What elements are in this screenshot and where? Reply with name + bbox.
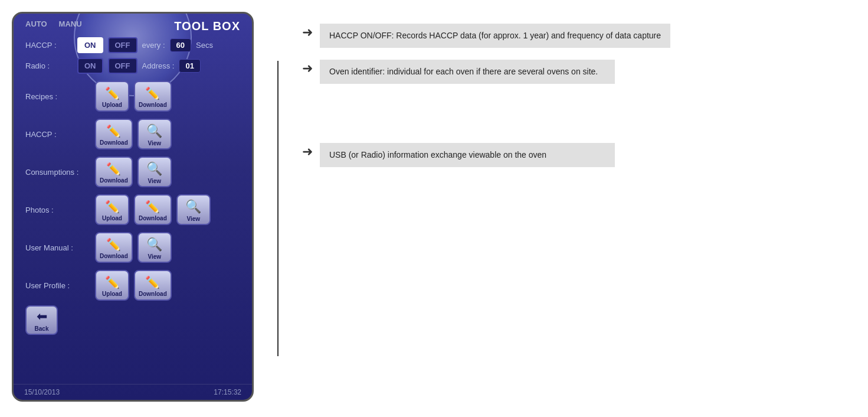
consumptions-download-button[interactable]: ✏️ Download [95, 157, 133, 187]
photos-view-label: View [186, 216, 200, 222]
consumptions-download-label: Download [100, 177, 128, 184]
consumptions-row: Consumptions : ✏️ Download 🔍 View [25, 157, 240, 187]
tab-auto[interactable]: AUTO [25, 19, 47, 28]
recipes-row: Recipes : ✏️ Upload ✏️ Download [25, 81, 240, 112]
haccp-on-button[interactable]: ON [77, 37, 103, 53]
address-text: Address : [142, 61, 175, 70]
annotation-2: ➜ Oven identifier: individual for each o… [302, 60, 856, 84]
usb-photos-download-icon: ✏️ [145, 200, 160, 214]
recipes-upload-label: Upload [102, 102, 122, 108]
annotation-box-2: Oven identifier: individual for each ove… [320, 60, 615, 84]
radio-label: Radio : [25, 61, 73, 70]
usb-photos-upload-icon: ✏️ [105, 200, 120, 214]
annotation-spacer [302, 96, 856, 131]
usb-download-icon: ✏️ [145, 86, 160, 100]
usb-consumptions-download-icon: ✏️ [106, 162, 121, 176]
usb-userprofile-download-icon: ✏️ [145, 275, 160, 289]
usermanual-label: User Manual : [25, 243, 90, 252]
userprofile-upload-button[interactable]: ✏️ Upload [95, 270, 129, 301]
magnifier-usermanual-icon: 🔍 [146, 237, 162, 252]
radio-off-button[interactable]: OFF [108, 58, 137, 74]
photos-label: Photos : [25, 206, 90, 214]
usermanual-view-button[interactable]: 🔍 View [137, 232, 172, 263]
radio-row: Radio : ON OFF Address : 01 [25, 58, 240, 74]
magnifier-photos-icon: 🔍 [185, 199, 201, 214]
device-content: HACCP : ON OFF every : 60 Secs Radio : O… [14, 31, 252, 384]
footer-time: 17:15:32 [214, 388, 241, 396]
photos-upload-button[interactable]: ✏️ Upload [95, 194, 129, 225]
haccp-download-button[interactable]: ✏️ Download [95, 119, 133, 149]
annotation-box-3: USB (or Radio) information exchange view… [320, 143, 615, 167]
usermanual-view-label: View [148, 253, 161, 260]
userprofile-upload-label: Upload [102, 291, 122, 297]
photos-download-label: Download [139, 215, 167, 221]
usermanual-download-label: Download [100, 253, 128, 259]
back-button[interactable]: ⬅ Back [25, 305, 58, 335]
device-panel: AUTO MANU TOOL BOX HACCP : ON OFF every … [12, 12, 254, 402]
haccp-interval-value[interactable]: 60 [170, 38, 191, 52]
consumptions-view-label: View [148, 178, 161, 184]
annotation-3: ➜ USB (or Radio) information exchange vi… [302, 143, 856, 167]
radio-address-value[interactable]: 01 [179, 59, 200, 73]
usermanual-download-button[interactable]: ✏️ Download [95, 232, 133, 263]
recipes-download-label: Download [139, 102, 167, 108]
back-row: ⬅ Back [25, 305, 240, 335]
usb-userprofile-upload-icon: ✏️ [105, 275, 120, 289]
userprofile-download-label: Download [139, 291, 167, 297]
back-label: Back [35, 325, 49, 332]
haccp-view-button[interactable]: 🔍 View [137, 119, 172, 149]
recipes-upload-button[interactable]: ✏️ Upload [95, 81, 129, 112]
annotation-box-1: HACCP ON/OFF: Records HACCP data (for ap… [320, 24, 670, 48]
arrow-icon-2: ➜ [302, 61, 313, 76]
haccp-section-label: HACCP : [25, 130, 90, 139]
haccp-off-button[interactable]: OFF [108, 37, 137, 53]
photos-upload-label: Upload [102, 215, 122, 221]
userprofile-download-button[interactable]: ✏️ Download [134, 270, 172, 301]
magnifier-haccp-icon: 🔍 [146, 123, 162, 139]
consumptions-view-button[interactable]: 🔍 View [137, 157, 172, 187]
arrow-icon-1: ➜ [302, 25, 313, 40]
haccp-section-row: HACCP : ✏️ Download 🔍 View [25, 119, 240, 149]
haccp-download-label: Download [100, 139, 128, 146]
annotations-panel: ➜ HACCP ON/OFF: Records HACCP data (for … [302, 12, 856, 167]
footer-date: 15/10/2013 [24, 388, 60, 396]
photos-view-button[interactable]: 🔍 View [176, 194, 211, 225]
recipes-label: Recipes : [25, 92, 90, 101]
haccp-view-label: View [148, 140, 161, 146]
usb-haccp-download-icon: ✏️ [106, 124, 121, 138]
device-header: AUTO MANU TOOL BOX [14, 14, 252, 31]
main-container: AUTO MANU TOOL BOX HACCP : ON OFF every … [0, 0, 868, 417]
usermanual-row: User Manual : ✏️ Download 🔍 View [25, 232, 240, 263]
tab-manu[interactable]: MANU [59, 19, 82, 28]
userprofile-label: User Profile : [25, 281, 90, 290]
usb-usermanual-download-icon: ✏️ [106, 237, 121, 252]
recipes-download-button[interactable]: ✏️ Download [134, 81, 172, 112]
annotation-1: ➜ HACCP ON/OFF: Records HACCP data (for … [302, 24, 856, 48]
photos-download-button[interactable]: ✏️ Download [134, 194, 172, 225]
back-arrow-icon: ⬅ [37, 309, 47, 324]
usb-upload-icon: ✏️ [105, 86, 120, 100]
secs-text: Secs [196, 41, 213, 50]
magnifier-consumptions-icon: 🔍 [146, 161, 162, 177]
vertical-divider [277, 61, 279, 356]
header-tabs: AUTO MANU [25, 19, 82, 28]
photos-row: Photos : ✏️ Upload ✏️ Download 🔍 View [25, 194, 240, 225]
radio-on-button[interactable]: ON [77, 58, 103, 74]
every-text: every : [142, 41, 165, 50]
arrow-icon-3: ➜ [302, 144, 313, 159]
device-footer: 15/10/2013 17:15:32 [14, 384, 252, 400]
haccp-row: HACCP : ON OFF every : 60 Secs [25, 37, 240, 53]
haccp-label: HACCP : [25, 41, 73, 50]
userprofile-row: User Profile : ✏️ Upload ✏️ Download [25, 270, 240, 301]
consumptions-label: Consumptions : [25, 168, 90, 177]
